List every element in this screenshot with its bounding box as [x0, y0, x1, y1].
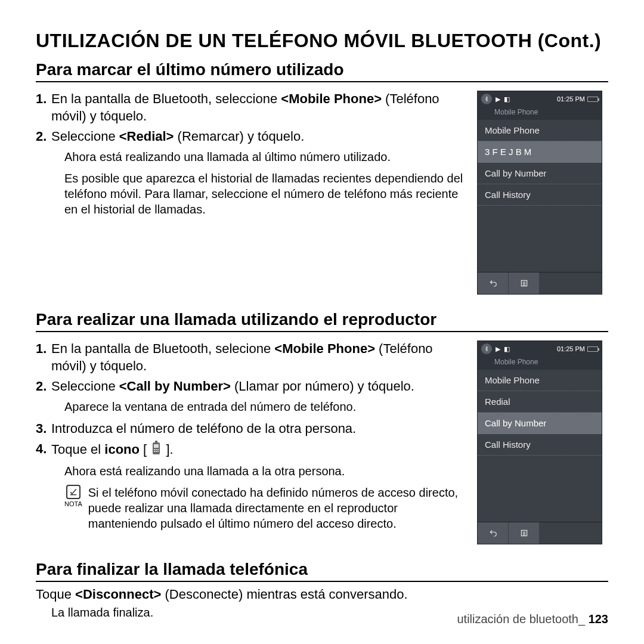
phone-mockup-redial: ▶ ◧ 01:25 PM Mobile Phone Mobile Phone 3… [477, 91, 602, 295]
svg-rect-10 [156, 451, 157, 452]
phone-time: 01:25 PM [557, 345, 585, 352]
step-2: 2. Seleccione <Call by Number> (Llamar p… [36, 378, 465, 395]
page-footer: utilización de bluetooth_ 123 [457, 612, 608, 626]
menu-item-mobile-phone[interactable]: Mobile Phone [478, 120, 602, 141]
step-1: 1. En la pantalla de Bluetooth, selecion… [36, 340, 465, 374]
section-heading: Para marcar el último número utilizado [36, 60, 608, 82]
step-text: En la pantalla de Bluetooth, seleccione … [51, 91, 465, 125]
svg-rect-6 [154, 449, 155, 450]
step-text: Seleccione <Call by Number> (Llamar por … [51, 378, 465, 395]
note: NOTA Si el teléfono móvil conectado ha d… [64, 485, 465, 531]
svg-rect-12 [155, 441, 157, 443]
phone-menu-list: Mobile Phone 3 F E J B M Call by Number … [478, 120, 602, 272]
step-number: 3. [36, 420, 51, 438]
phone-breadcrumb: Mobile Phone [478, 107, 602, 120]
svg-rect-7 [156, 449, 157, 450]
svg-rect-8 [157, 449, 159, 450]
phone-menu-list: Mobile Phone Redial Call by Number Call … [478, 370, 602, 522]
step-text: En la pantalla de Bluetooth, selecione <… [51, 340, 465, 374]
menu-item-call-history[interactable]: Call History [478, 434, 602, 456]
section-heading: Para realizar una llamada utilizando el … [36, 310, 608, 332]
play-icon: ▶ [496, 95, 500, 103]
status-icon: ◧ [504, 345, 510, 353]
section-heading: Para ﬁnalizar la llamada telefónica [36, 560, 608, 582]
back-button[interactable] [478, 522, 509, 544]
step-2: 2. Seleccione <Redial> (Remarcar) y tóqu… [36, 128, 465, 145]
step-3: 3. Introduzca el número de teléfono de l… [36, 420, 465, 438]
phone-time: 01:25 PM [557, 95, 585, 103]
menu-button[interactable] [509, 522, 540, 544]
menu-item-call-history[interactable]: Call History [478, 184, 602, 206]
note-text: Si el teléfono móvil conectado ha deﬁnid… [88, 485, 465, 531]
note-label: NOTA [64, 500, 82, 508]
status-icon: ◧ [504, 95, 510, 103]
section-call-by-number: Para realizar una llamada utilizando el … [36, 310, 608, 544]
step-number: 2. [36, 378, 51, 395]
svg-rect-5 [154, 444, 159, 448]
step-text: Seleccione <Redial> (Remarcar) y tóquelo… [51, 128, 465, 145]
battery-icon [587, 97, 598, 102]
step-4: 4. Toque el icono [ ]. [36, 441, 465, 460]
step-number: 2. [36, 128, 51, 145]
menu-item-redial[interactable]: Redial [478, 391, 602, 413]
bluetooth-icon [481, 94, 492, 104]
menu-item-call-by-number[interactable]: Call by Number [478, 413, 602, 434]
phone-statusbar: ▶ ◧ 01:25 PM [478, 341, 602, 357]
step-detail: Ahora está realizando una llamada a la o… [64, 463, 465, 479]
step-text: Introduzca el número de teléfono de la o… [51, 420, 465, 438]
phone-statusbar: ▶ ◧ 01:25 PM [478, 91, 602, 107]
svg-rect-9 [154, 451, 155, 452]
step-detail: Ahora está realizando una llamada al últ… [64, 149, 465, 165]
step-number: 1. [36, 340, 51, 374]
step-text: Toque el icono [ ]. [51, 441, 465, 460]
section-redial: Para marcar el último número utilizado 1… [36, 60, 608, 295]
menu-item-redial[interactable]: 3 F E J B M [478, 141, 602, 163]
step-number: 4. [36, 441, 51, 460]
play-icon: ▶ [496, 345, 500, 353]
instruction-text: Toque <Disconnect> (Desconecte) mientras… [36, 587, 608, 602]
nav-spacer [540, 273, 602, 294]
step-detail: Es posible que aparezca el historial de … [64, 171, 465, 217]
phone-breadcrumb: Mobile Phone [478, 357, 602, 370]
phone-mockup-call-by-number: ▶ ◧ 01:25 PM Mobile Phone Mobile Phone R… [477, 340, 602, 544]
note-icon [66, 485, 80, 499]
menu-item-mobile-phone[interactable]: Mobile Phone [478, 370, 602, 391]
back-button[interactable] [478, 273, 509, 294]
bluetooth-icon [481, 343, 492, 354]
menu-item-call-by-number[interactable]: Call by Number [478, 163, 602, 184]
battery-icon [587, 346, 598, 352]
nav-spacer [540, 522, 602, 544]
section-disconnect: Para ﬁnalizar la llamada telefónica Toqu… [36, 560, 608, 620]
page-title: UTILIZACIÓN DE UN TELÉFONO MÓVIL BLUETOO… [36, 30, 608, 52]
menu-button[interactable] [509, 273, 540, 294]
step-detail: Aparece la ventana de entrada del número… [64, 399, 465, 414]
step-1: 1. En la pantalla de Bluetooth, seleccio… [36, 91, 465, 125]
svg-rect-11 [157, 451, 159, 452]
phone-handset-icon [150, 441, 162, 460]
step-number: 1. [36, 91, 51, 125]
